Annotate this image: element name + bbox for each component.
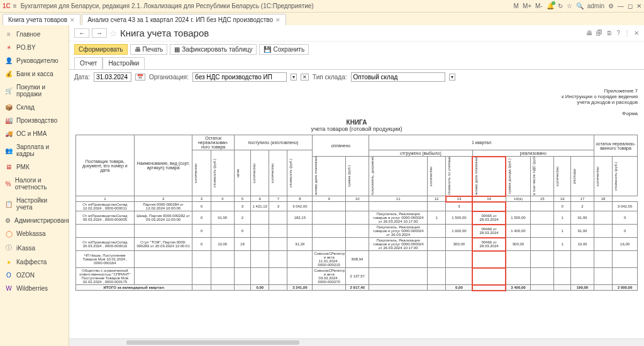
bell-icon[interactable]: 🔔	[547, 3, 554, 9]
sidebar-item[interactable]: ●Каффеста	[0, 255, 69, 269]
filters: Дата: 📅 Организация: ▾ ✕ Тип склада: ▾	[69, 69, 644, 84]
report-area: Приложение 7к Инструкции о порядке веден…	[69, 84, 644, 338]
sidebar-item[interactable]: 📋Настройки учета	[0, 194, 69, 214]
date-picker-icon[interactable]: 📅	[135, 74, 145, 81]
table-row: От кпПроизводствоСклад 12.02.2024 , 0000…	[76, 202, 638, 211]
table-row: ЧП Наше, Поступление Товаров Моё 10.01.2…	[76, 251, 638, 268]
titlebar: 1С ≡ Бухгалтерия для Беларуси, редакция …	[0, 0, 644, 13]
maximize-icon[interactable]: ◻	[628, 3, 633, 9]
page-header: ← → ☆ Книга учета товаров 🖶 🗐 🗎 ? ⋮ ✕	[69, 25, 644, 42]
toolbar: Сформировать 🖶Печать ▦Зафиксировать табл…	[69, 42, 644, 57]
org-clear[interactable]: ✕	[301, 74, 309, 81]
tool-icon[interactable]: 🖶	[586, 30, 592, 36]
sidebar-icon: 📦	[5, 104, 13, 111]
sidebar-icon: 👥	[5, 147, 13, 154]
sidebar-icon: ◯	[5, 230, 13, 237]
sidebar-item[interactable]: 👤Руководителю	[0, 54, 69, 67]
fix-table-button[interactable]: ▦Зафиксировать таблицу	[170, 44, 257, 55]
sidebar-icon: ●	[5, 259, 13, 265]
sidebar-item[interactable]: 🚚ОС и НМА	[0, 127, 69, 140]
org-dd[interactable]: ▾	[291, 74, 297, 81]
tool-icon[interactable]: ?	[616, 30, 620, 36]
page-title: Книга учета товаров	[120, 28, 209, 38]
h-scrollbar[interactable]	[69, 338, 644, 346]
sidebar-item[interactable]: ⓘiKassa	[0, 240, 69, 255]
tab-close-icon[interactable]: ✕	[275, 17, 280, 23]
org-input[interactable]	[192, 72, 287, 82]
sidebar-item[interactable]: ≡Главное	[0, 28, 69, 41]
sidebar-label: Wildberries	[16, 285, 48, 292]
sidebar-icon: ✶	[5, 44, 13, 51]
sidebar-icon: 🚚	[5, 130, 13, 137]
sidebar-label: Webkassa	[16, 230, 46, 237]
print-button[interactable]: 🖶Печать	[130, 44, 168, 55]
wtype-dd[interactable]: ▾	[449, 74, 455, 81]
sidebar-icon: 📋	[5, 201, 13, 208]
tool-icon[interactable]: 🗎	[606, 30, 613, 36]
history-icon[interactable]: ↻	[558, 3, 563, 9]
settings-icon[interactable]: ⚙	[608, 3, 614, 9]
sidebar-item[interactable]: ✶PO.BY	[0, 41, 69, 54]
app-logo: 1С	[3, 3, 11, 9]
tab-close-icon[interactable]: ✕	[70, 17, 75, 23]
table-row: Общество с ограниченной ответственностью…	[76, 268, 638, 285]
sidebar-item[interactable]: 🖥РМК	[0, 160, 69, 174]
sidebar-label: Администрирование	[14, 217, 69, 224]
tab-settings[interactable]: Настройки	[103, 57, 145, 69]
sub-tabs: Отчет Настройки	[69, 57, 644, 69]
calc-m[interactable]: M	[514, 3, 519, 9]
calc-mplus[interactable]: M+	[523, 3, 531, 9]
wtype-input[interactable]	[351, 72, 445, 82]
fav-icon[interactable]: ☆	[109, 28, 118, 38]
sidebar-icon: ⓘ	[5, 243, 13, 252]
doc-tab[interactable]: Книга учета товаров✕	[3, 14, 80, 25]
sidebar-label: Зарплата и кадры	[16, 143, 64, 157]
form-button[interactable]: Сформировать	[74, 44, 128, 55]
grid-icon: ▦	[174, 46, 180, 53]
sidebar-label: iKassa	[16, 245, 35, 252]
date-input[interactable]	[94, 72, 131, 82]
sidebar-icon: 💰	[5, 70, 13, 77]
sidebar-item[interactable]: ⚙Администрирование	[0, 214, 69, 227]
close-icon[interactable]: ✕	[636, 3, 641, 9]
menu-icon[interactable]: ≡	[13, 3, 17, 9]
sidebar-label: Руководителю	[16, 57, 58, 64]
sidebar-item[interactable]: 💰Банк и касса	[0, 67, 69, 81]
sidebar-icon: 👤	[5, 57, 13, 64]
lbl-wtype: Тип склада:	[313, 74, 347, 81]
sidebar-item[interactable]: 🛒Покупки и продажи	[0, 81, 69, 101]
user-label[interactable]: admin	[587, 3, 604, 9]
sidebar-label: Каффеста	[16, 259, 47, 265]
sidebar-item[interactable]: 👥Зарплата и кадры	[0, 140, 69, 160]
sidebar-item[interactable]: %Налоги и отчетность	[0, 174, 69, 194]
nav-fwd[interactable]: →	[92, 28, 107, 38]
save-icon: 💾	[264, 46, 271, 53]
nav-back[interactable]: ←	[74, 28, 89, 38]
table-row: От кпПроизводствоСклад 20.03.2024 , 0000…	[76, 238, 638, 251]
report-title: КНИГА	[75, 119, 638, 126]
tool-close[interactable]: ✕	[634, 30, 639, 36]
calc-mminus[interactable]: M-	[535, 3, 543, 9]
sidebar-item[interactable]: 📦Склад	[0, 101, 69, 114]
tool-more[interactable]: ⋮	[624, 30, 630, 36]
tab-report[interactable]: Отчет	[74, 57, 103, 69]
sidebar-item[interactable]: ◯Webkassa	[0, 227, 69, 240]
sidebar-item[interactable]: 🏭Производство	[0, 114, 69, 127]
search-icon[interactable]: 🔍	[576, 3, 584, 9]
sidebar-icon: %	[5, 181, 11, 187]
sidebar-icon: ⚙	[5, 217, 11, 224]
annex: Приложение 7к Инструкции о порядке веден…	[75, 88, 638, 116]
sidebar-item[interactable]: OOZON	[0, 269, 69, 282]
sidebar-label: OZON	[16, 272, 35, 279]
sidebar-label: РМК	[16, 164, 30, 170]
tool-icon[interactable]: 🗐	[596, 30, 602, 36]
sidebar-icon: 🖥	[5, 164, 13, 170]
table-total: ИТОГО за календарный квартал:0,003 241,0…	[76, 285, 638, 291]
save-button[interactable]: 💾Сохранить	[259, 44, 309, 55]
report-subtitle: учета товаров (готовой продукции)	[75, 126, 638, 132]
star-icon[interactable]: ☆	[567, 3, 572, 9]
doc-tab[interactable]: Анализ счета 43 за 1 квартал 2024 г. ИП …	[82, 14, 286, 25]
table-row: 00Покупатель, Реализация товаров и услуг…	[76, 225, 638, 238]
minimize-icon[interactable]: —	[618, 3, 624, 9]
sidebar-item[interactable]: WWildberries	[0, 282, 69, 295]
